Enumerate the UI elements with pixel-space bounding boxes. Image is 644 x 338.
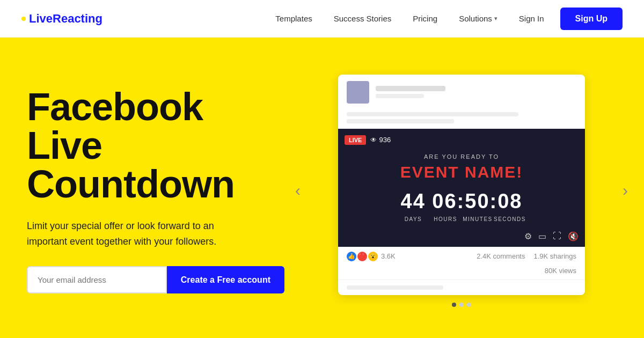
settings-icon[interactable]: ⚙ bbox=[524, 231, 532, 241]
carousel-next-button[interactable]: › bbox=[623, 181, 628, 200]
label-seconds: SECONDS bbox=[494, 216, 526, 222]
reaction-left: 👍 ❤️ 😮 3.6K bbox=[347, 252, 396, 261]
wow-emoji: 😮 bbox=[368, 252, 378, 261]
event-name: EVENT NAME! bbox=[397, 163, 526, 181]
cta-button[interactable]: Create a Free account bbox=[167, 266, 284, 293]
like-emoji: 👍 bbox=[347, 252, 356, 261]
views-count: 80K views bbox=[545, 267, 576, 275]
fullscreen-icon[interactable]: ⛶ bbox=[553, 231, 561, 241]
sharings-count: 1.9K sharings bbox=[534, 252, 577, 260]
signup-button[interactable]: Sign Up bbox=[560, 8, 623, 30]
video-controls: ⚙ ▭ ⛶ 🔇 bbox=[524, 231, 579, 241]
nav-item-templates[interactable]: Templates bbox=[265, 14, 323, 23]
reaction-right: 2.4K comments 1.9K sharings bbox=[477, 252, 576, 260]
hero-left: Facebook Live Countdown Limit your speci… bbox=[27, 87, 306, 294]
carousel-dots bbox=[338, 303, 585, 307]
hero-title: Facebook Live Countdown bbox=[27, 87, 284, 203]
comments-count: 2.4K comments bbox=[477, 252, 525, 260]
chevron-down-icon: ▾ bbox=[494, 15, 497, 22]
video-content: ARE YOU READY TO EVENT NAME! 44 06:50:08… bbox=[397, 153, 526, 222]
live-views: 👁 936 bbox=[370, 136, 391, 144]
fb-reactions: 👍 ❤️ 😮 3.6K 2.4K comments 1.9K sharings bbox=[338, 247, 585, 266]
fb-views-row: 80K views bbox=[338, 266, 585, 280]
nav-item-success-stories[interactable]: Success Stories bbox=[323, 14, 402, 23]
countdown-labels: DAYS HOURS MINUTES SECONDS bbox=[397, 216, 526, 222]
carousel-prev-button[interactable]: ‹ bbox=[295, 181, 301, 200]
hero-subtitle: Limit your special offer or look forward… bbox=[27, 218, 231, 249]
live-tag: LIVE bbox=[345, 135, 366, 145]
fb-desc-bar1 bbox=[347, 112, 518, 116]
hero-form: Create a Free account bbox=[27, 266, 284, 293]
fb-video: LIVE 👁 936 ARE YOU READY TO EVENT NAME! … bbox=[338, 129, 585, 247]
fb-bottom bbox=[338, 280, 585, 295]
nav-signin[interactable]: Sign In bbox=[508, 14, 555, 23]
fb-avatar bbox=[347, 81, 369, 104]
mute-icon[interactable]: 🔇 bbox=[568, 231, 579, 241]
carousel-dot-3[interactable] bbox=[467, 303, 471, 307]
carousel-dot-2[interactable] bbox=[459, 303, 464, 307]
reactions-count: 3.6K bbox=[381, 252, 396, 260]
fb-name-placeholder bbox=[376, 86, 445, 91]
screen-icon[interactable]: ▭ bbox=[538, 231, 546, 241]
logo[interactable]: LiveReacting bbox=[21, 12, 103, 26]
fb-header bbox=[338, 75, 585, 110]
logo-text: LiveReacting bbox=[29, 12, 103, 26]
nav-links: Templates Success Stories Pricing Soluti… bbox=[265, 14, 508, 24]
nav-item-solutions[interactable]: Solutions ▾ bbox=[448, 14, 508, 23]
fb-desc bbox=[338, 110, 585, 129]
event-pre-text: ARE YOU READY TO bbox=[397, 153, 526, 160]
hero-right: ‹ bbox=[306, 75, 617, 307]
countdown-timer: 44 06:50:08 bbox=[397, 190, 526, 213]
navbar: LiveReacting Templates Success Stories P… bbox=[0, 0, 644, 38]
fb-sub-placeholder bbox=[376, 94, 424, 98]
fb-card: LIVE 👁 936 ARE YOU READY TO EVENT NAME! … bbox=[338, 75, 585, 307]
carousel-dot-1[interactable] bbox=[452, 303, 456, 307]
nav-item-pricing[interactable]: Pricing bbox=[402, 14, 448, 23]
love-emoji: ❤️ bbox=[357, 252, 367, 261]
reaction-emojis: 👍 ❤️ 😮 bbox=[347, 252, 378, 261]
fb-meta bbox=[376, 86, 445, 98]
hero-section: Facebook Live Countdown Limit your speci… bbox=[0, 38, 644, 338]
label-days: DAYS bbox=[397, 216, 429, 222]
fb-bottom-placeholder bbox=[347, 285, 443, 290]
live-badge: LIVE 👁 936 bbox=[345, 135, 391, 145]
eye-icon: 👁 bbox=[370, 136, 377, 144]
logo-dot bbox=[21, 17, 26, 21]
label-hours: HOURS bbox=[429, 216, 462, 222]
fb-desc-bar2 bbox=[347, 119, 454, 123]
label-minutes: MINUTES bbox=[462, 216, 494, 222]
email-input[interactable] bbox=[27, 266, 167, 293]
